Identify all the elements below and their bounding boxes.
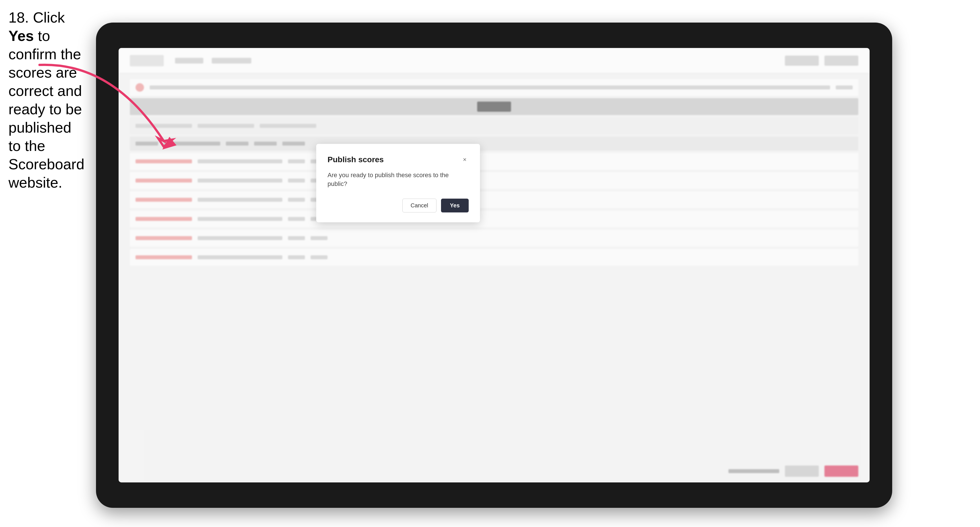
row-score bbox=[288, 236, 305, 240]
col-rank bbox=[135, 141, 158, 146]
row-name bbox=[135, 198, 192, 202]
nav-logo bbox=[130, 55, 164, 66]
row-detail bbox=[198, 255, 282, 259]
tablet-screen: Publish scores × Are you ready to publis… bbox=[119, 48, 870, 483]
row-gross bbox=[310, 255, 328, 259]
publish-bar bbox=[130, 98, 858, 115]
instruction-text: 18. Click Yes to confirm the scores are … bbox=[8, 8, 88, 192]
bottom-text bbox=[729, 469, 779, 473]
bottom-bar bbox=[130, 463, 858, 479]
table-header bbox=[130, 137, 858, 151]
row-detail bbox=[198, 217, 282, 221]
tablet-device: Publish scores × Are you ready to publis… bbox=[96, 22, 892, 508]
breadcrumb-row bbox=[130, 79, 858, 96]
row-score bbox=[288, 255, 305, 259]
col-time bbox=[254, 141, 277, 146]
row-score bbox=[288, 159, 305, 163]
screen-background bbox=[119, 48, 870, 483]
col-gross bbox=[282, 141, 305, 146]
nav-link-customers bbox=[175, 58, 203, 63]
breadcrumb-text bbox=[150, 86, 830, 89]
row-score bbox=[288, 179, 305, 183]
filter-row bbox=[130, 117, 858, 134]
table-row bbox=[130, 211, 858, 227]
nav-bar bbox=[119, 48, 870, 73]
table-row bbox=[130, 172, 858, 189]
row-detail bbox=[198, 198, 282, 202]
step-number: 18. bbox=[8, 9, 29, 26]
nav-links bbox=[175, 58, 251, 63]
save-btn-bg bbox=[785, 465, 819, 477]
row-name bbox=[135, 217, 192, 221]
table-row bbox=[130, 249, 858, 266]
publish-scores-dialog: Publish scores × Are you ready to publis… bbox=[316, 144, 480, 222]
row-name bbox=[135, 255, 192, 259]
table-row bbox=[130, 153, 858, 170]
row-name bbox=[135, 236, 192, 240]
row-detail bbox=[198, 236, 282, 240]
publish-btn-bg bbox=[824, 465, 858, 477]
breadcrumb-icon bbox=[135, 83, 144, 92]
filter-text-2 bbox=[198, 124, 254, 128]
dialog-title: Publish scores bbox=[328, 155, 384, 164]
dialog-header: Publish scores × bbox=[328, 155, 469, 164]
col-name bbox=[164, 141, 220, 146]
row-score bbox=[288, 217, 305, 221]
yes-button[interactable]: Yes bbox=[441, 198, 469, 213]
nav-btn-1 bbox=[785, 56, 819, 66]
row-detail bbox=[198, 159, 282, 163]
row-gross bbox=[310, 236, 328, 240]
cancel-button[interactable]: Cancel bbox=[402, 198, 436, 213]
row-score bbox=[288, 198, 305, 202]
nav-right bbox=[785, 56, 858, 66]
dialog-body-text: Are you ready to publish these scores to… bbox=[328, 171, 469, 189]
row-detail bbox=[198, 179, 282, 183]
publish-bar-btn bbox=[477, 102, 511, 112]
nav-link-event bbox=[212, 58, 251, 63]
nav-btn-2 bbox=[824, 56, 858, 66]
filter-text-3 bbox=[260, 124, 316, 128]
dialog-close-button[interactable]: × bbox=[461, 156, 469, 163]
filter-text-1 bbox=[135, 124, 192, 128]
col-score bbox=[226, 141, 248, 146]
row-name bbox=[135, 159, 192, 163]
table-row bbox=[130, 191, 858, 208]
dialog-footer: Cancel Yes bbox=[328, 198, 469, 213]
row-name bbox=[135, 179, 192, 183]
table-row bbox=[130, 230, 858, 246]
content-area bbox=[119, 73, 870, 483]
breadcrumb-num bbox=[836, 86, 853, 89]
